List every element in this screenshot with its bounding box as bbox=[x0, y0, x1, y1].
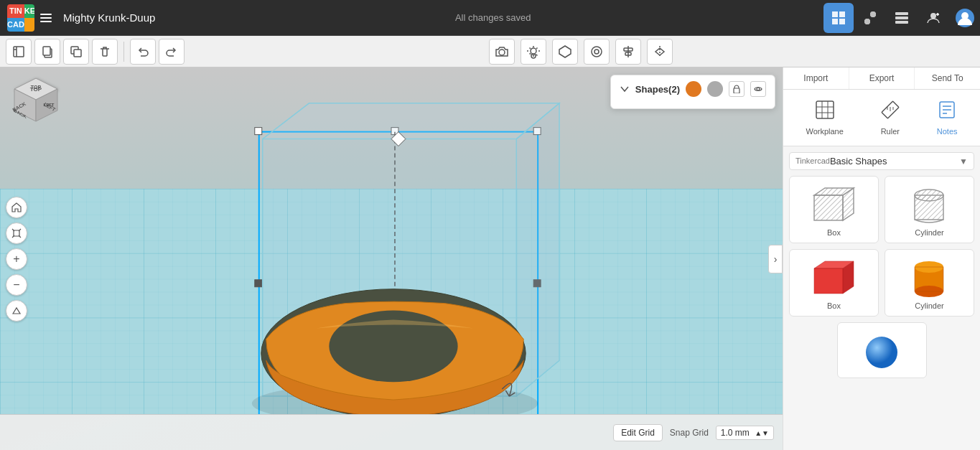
snap-value[interactable]: 1.0 mm ▲▼ bbox=[716, 426, 774, 440]
perspective-button[interactable] bbox=[6, 300, 27, 322]
export-button[interactable]: Export bbox=[849, 67, 915, 89]
svg-rect-34 bbox=[255, 280, 262, 287]
shape-cylinder-wireframe[interactable]: Cylinder bbox=[885, 176, 974, 243]
color-dot-1[interactable] bbox=[686, 81, 701, 97]
shape-gen-button[interactable] bbox=[552, 39, 578, 65]
align-button[interactable] bbox=[615, 39, 641, 65]
scene-container bbox=[0, 67, 783, 414]
zoom-in-icon: + bbox=[13, 253, 19, 265]
mirror-button[interactable] bbox=[647, 39, 673, 65]
menu-icon[interactable] bbox=[40, 14, 52, 22]
library-dropdown-arrow[interactable]: ▼ bbox=[959, 156, 968, 167]
add-user-button[interactable] bbox=[918, 3, 948, 33]
logo-area: TIN KER CAD Mighty Krunk-Duup bbox=[0, 0, 162, 35]
copy-clipboard-button[interactable] bbox=[34, 39, 60, 65]
topbar-center: All changes saved bbox=[162, 12, 823, 23]
snap-label: Snap Grid bbox=[670, 428, 709, 438]
svg-point-19 bbox=[592, 47, 602, 57]
shape-box-red-label: Box bbox=[827, 301, 841, 310]
zoom-in-button[interactable]: + bbox=[6, 248, 27, 270]
shape-box-red-thumb bbox=[809, 256, 859, 299]
project-name[interactable]: Mighty Krunk-Duup bbox=[63, 11, 155, 24]
ruler-label: Ruler bbox=[881, 127, 900, 136]
settings-button[interactable] bbox=[855, 3, 885, 33]
viewport[interactable]: TOP BACK LEFT TOP BACK LEFT + bbox=[0, 67, 783, 450]
ruler-icon bbox=[880, 100, 900, 124]
new-button[interactable] bbox=[6, 39, 32, 65]
svg-point-84 bbox=[866, 337, 897, 368]
svg-rect-6 bbox=[895, 21, 908, 24]
svg-rect-12 bbox=[14, 47, 24, 57]
redo-button[interactable] bbox=[159, 39, 185, 65]
svg-text:LEFT: LEFT bbox=[44, 103, 55, 107]
workplane-item[interactable]: Workplane bbox=[797, 95, 851, 140]
bottom-bar: Edit Grid Snap Grid 1.0 mm ▲▼ bbox=[0, 414, 783, 450]
notes-icon bbox=[937, 100, 957, 124]
shape-box-red[interactable]: Box bbox=[789, 249, 879, 317]
zoom-out-icon: − bbox=[13, 279, 19, 291]
logo-br bbox=[24, 18, 34, 32]
svg-point-53 bbox=[757, 88, 760, 90]
visibility-icon[interactable] bbox=[750, 81, 766, 97]
zoom-out-button[interactable]: − bbox=[6, 274, 27, 296]
top-actions bbox=[823, 3, 980, 33]
save-status: All changes saved bbox=[162, 12, 823, 23]
svg-point-7 bbox=[930, 13, 936, 19]
shape-sphere-blue-thumb bbox=[857, 329, 907, 372]
logo-bl: CAD bbox=[7, 18, 24, 32]
right-top-actions: Import Export Send To bbox=[783, 67, 980, 90]
camera-button[interactable] bbox=[489, 39, 515, 65]
logo[interactable]: TIN KER CAD bbox=[7, 4, 34, 32]
library-header[interactable]: Tinkercad Basic Shapes ▼ bbox=[789, 152, 974, 170]
notes-label: Notes bbox=[937, 127, 958, 136]
lock-icon[interactable] bbox=[729, 81, 745, 97]
notes-item[interactable]: Notes bbox=[928, 95, 966, 140]
svg-rect-54 bbox=[816, 101, 834, 118]
logo-tr: KER bbox=[24, 4, 34, 18]
import-button[interactable]: Import bbox=[783, 67, 849, 89]
shape-cylinder-orange[interactable]: Cylinder bbox=[885, 249, 974, 317]
edit-grid-button[interactable]: Edit Grid bbox=[613, 424, 663, 441]
svg-point-73 bbox=[915, 189, 943, 201]
snap-value-text: 1.0 mm bbox=[721, 428, 750, 438]
profile-button[interactable] bbox=[950, 3, 980, 33]
svg-text:TOP: TOP bbox=[31, 85, 42, 90]
toolbar-center bbox=[187, 39, 974, 65]
workplane-icon bbox=[815, 100, 835, 124]
shape-sphere-blue[interactable] bbox=[837, 322, 927, 378]
svg-point-20 bbox=[594, 50, 599, 54]
right-icons: Workplane Ruler Notes bbox=[783, 90, 980, 146]
toolbar bbox=[0, 36, 980, 67]
light-button[interactable] bbox=[521, 39, 546, 65]
svg-rect-74 bbox=[814, 268, 843, 294]
shape-cylinder-wireframe-thumb bbox=[905, 182, 955, 225]
shapes-library: Tinkercad Basic Shapes ▼ bbox=[783, 146, 980, 450]
shapes-grid: Box bbox=[789, 176, 974, 317]
nav-cube[interactable]: TOP BACK LEFT TOP BACK LEFT bbox=[7, 75, 65, 132]
svg-rect-3 bbox=[839, 19, 845, 24]
snap-stepper-icon[interactable]: ▲▼ bbox=[755, 429, 769, 437]
dropdown-arrow-icon[interactable] bbox=[620, 84, 630, 94]
separator bbox=[123, 42, 124, 62]
undo-button[interactable] bbox=[130, 39, 156, 65]
delete-button[interactable] bbox=[92, 39, 118, 65]
view-3d-button[interactable] bbox=[823, 3, 854, 33]
color-dot-2[interactable] bbox=[707, 81, 723, 97]
3d-scene bbox=[0, 67, 783, 414]
layers-button[interactable] bbox=[887, 3, 917, 33]
home-button[interactable] bbox=[6, 197, 27, 218]
svg-rect-5 bbox=[895, 17, 908, 19]
svg-rect-1 bbox=[839, 11, 845, 17]
shape-box-wireframe[interactable]: Box bbox=[789, 176, 879, 243]
ruler-item[interactable]: Ruler bbox=[872, 95, 909, 140]
hole-button[interactable] bbox=[584, 39, 610, 65]
svg-point-18 bbox=[531, 48, 536, 54]
panel-toggle-arrow[interactable]: › bbox=[768, 245, 783, 273]
fit-view-button[interactable] bbox=[6, 222, 27, 244]
send-to-button[interactable]: Send To bbox=[915, 67, 980, 89]
right-panel: Import Export Send To Workplane Ruler bbox=[783, 67, 980, 450]
svg-rect-0 bbox=[832, 11, 838, 17]
duplicate-button[interactable] bbox=[63, 39, 89, 65]
svg-rect-4 bbox=[895, 12, 908, 15]
shapes-panel: Shapes(2) bbox=[610, 75, 775, 109]
